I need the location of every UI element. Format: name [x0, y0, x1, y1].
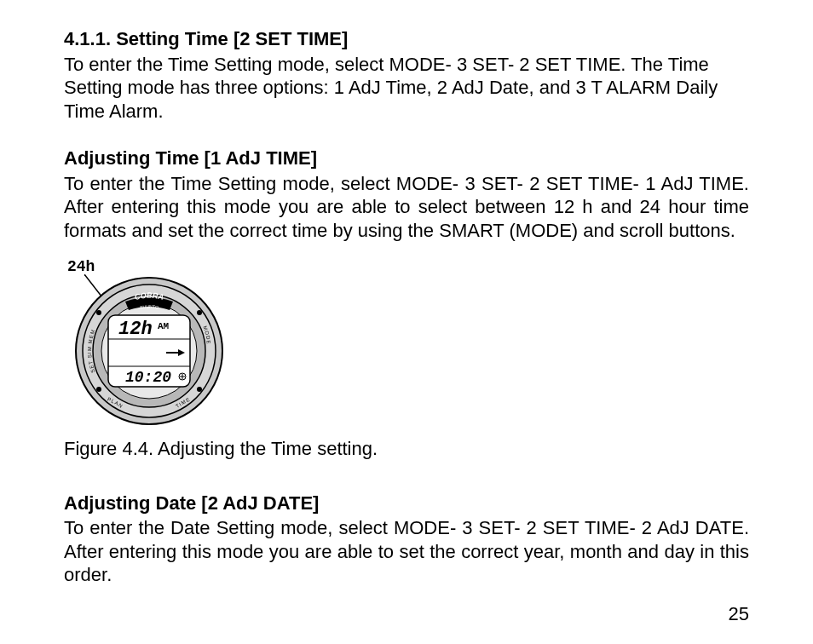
watch-face-icon: COBRA SUUNTO SET SIM MEM MODE PLAN TIME …: [72, 274, 226, 428]
figure-4-4: 24h: [64, 257, 749, 461]
section-number: 4.1.1.: [64, 28, 111, 49]
lcd-time: 10:20: [125, 369, 171, 386]
subsection-2-heading: Adjusting Date [2 AdJ DATE]: [64, 492, 749, 515]
section-heading: 4.1.1. Setting Time [2 SET TIME]: [64, 27, 749, 51]
svg-point-5: [96, 310, 101, 315]
figure-caption: Figure 4.4. Adjusting the Time setting.: [64, 437, 749, 461]
subsection-1-heading: Adjusting Time [1 AdJ TIME]: [64, 147, 749, 170]
subsection-2-para: To enter the Date Setting mode, select M…: [64, 516, 749, 587]
lcd-12h: 12h: [118, 319, 153, 340]
section-title: Setting Time [2 SET TIME]: [116, 28, 348, 49]
section-intro: To enter the Time Setting mode, select M…: [64, 53, 749, 124]
svg-point-7: [96, 387, 101, 392]
subsection-1-para: To enter the Time Setting mode, select M…: [64, 172, 749, 243]
lcd-am: AM: [158, 321, 170, 331]
page-number: 25: [729, 602, 749, 626]
svg-point-8: [197, 387, 202, 392]
dive-computer-illustration: 24h: [64, 257, 226, 432]
svg-point-6: [197, 310, 202, 315]
